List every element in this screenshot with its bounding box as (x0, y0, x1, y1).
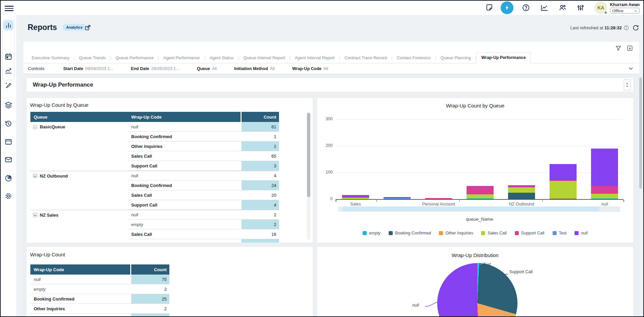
control-value: All (324, 66, 328, 71)
count-table: Wrap-Up CodeCountnull75empty2Booking Con… (30, 264, 169, 317)
controls-expand-icon[interactable] (628, 65, 634, 71)
page-scrollbar-thumb[interactable] (639, 77, 642, 189)
table-row: Other Inquiries2 (30, 141, 305, 151)
legend-item-null[interactable]: null (575, 231, 587, 235)
sheet-scroll-spinner[interactable]: ▲▼ (624, 80, 631, 90)
pie-chart[interactable] (437, 263, 517, 317)
sidebar-item-reports[interactable] (3, 20, 13, 30)
collapse-toggle[interactable] (33, 125, 37, 129)
pivot-code-cell: Booking Confirmed (128, 132, 241, 141)
bar-segment-support-call[interactable] (591, 186, 618, 194)
control-start-date[interactable]: Start Date09/04/2023 1... (63, 66, 113, 71)
count-header-count[interactable]: Count (131, 264, 169, 275)
control-queue[interactable]: QueueAll (197, 66, 217, 71)
tab-queue-planning[interactable]: Queue Planning (436, 53, 475, 63)
pivot-scrollbar-track[interactable] (307, 112, 310, 240)
legend-swatch (515, 231, 519, 235)
count-header-code[interactable]: Wrap-Up Code (30, 264, 130, 275)
legend-item-sales-call[interactable]: Sales Call (481, 231, 506, 235)
collapse-toggle[interactable] (33, 213, 37, 217)
tab-queue-trends[interactable]: Queue Trends (75, 53, 110, 63)
sidebar-item-layers[interactable] (4, 101, 12, 109)
control-wrap-up-code[interactable]: Wrap-Up CodeAll (292, 66, 328, 71)
sidebar-item-mail[interactable] (4, 156, 12, 164)
agents-icon[interactable] (559, 4, 567, 12)
hamburger-icon[interactable] (5, 4, 13, 11)
help-icon[interactable] (522, 4, 530, 12)
bar-segment-support-call[interactable] (467, 186, 494, 194)
status-dropdown[interactable]: Offline (610, 8, 640, 13)
notes-icon[interactable] (486, 4, 494, 12)
pivot-header-queue[interactable]: Queue (30, 112, 128, 122)
tab-agent-status[interactable]: Agent Status (205, 53, 238, 63)
bar-segment-sales-call[interactable] (342, 198, 369, 199)
tab-contract-trace-record[interactable]: Contract Trace Record (340, 53, 391, 63)
pivot-header-count[interactable]: Count (242, 112, 279, 122)
tab-queue-performance[interactable]: Queue Performance (111, 53, 158, 63)
filter-icon[interactable] (615, 45, 622, 52)
legend-item-support-call[interactable]: Support Call (515, 231, 544, 235)
control-initiation-method[interactable]: Initiation MethodAll (234, 66, 275, 71)
sidebar-item-settings[interactable] (4, 192, 12, 200)
legend-item-other-inquiries[interactable]: Other Inquiries (439, 231, 473, 235)
scrollbar-left-cap[interactable] (338, 207, 344, 212)
tab-contact-forensics[interactable]: Contact Forensics (392, 53, 435, 63)
scrollbar-handle[interactable] (599, 207, 620, 212)
collapse-toggle[interactable] (33, 174, 37, 178)
bar-segment-null[interactable] (550, 164, 577, 180)
bar-segment-sales-call[interactable] (508, 187, 535, 193)
bar-category-6[interactable] (591, 149, 618, 199)
legend-item-booking-confirmed[interactable]: Booking Confirmed (389, 231, 431, 235)
pivot-scrollbar-thumb[interactable] (307, 113, 310, 197)
bar-segment-booking-confirmed[interactable] (550, 199, 577, 199)
legend-item-test[interactable]: Test (553, 231, 567, 235)
pivot-queue-cell: NZ Outbound (30, 171, 128, 181)
sidebar-item-window[interactable] (4, 138, 12, 146)
bar-segment-empty[interactable] (467, 198, 494, 199)
legend-item-empty[interactable]: empty (363, 231, 381, 235)
pivot-header-code[interactable]: Wrap-Up Code (128, 112, 241, 122)
count-count-cell: 2 (131, 304, 169, 314)
pivot-code-cell: null (128, 210, 241, 220)
bar-segment-test[interactable] (384, 198, 411, 199)
bar-segment-empty[interactable] (591, 198, 618, 199)
external-link-icon[interactable] (84, 24, 91, 31)
tab-wrap-up-performance[interactable]: Wrap-Up Performance (476, 52, 531, 63)
bar-segment-sales-call[interactable] (467, 194, 494, 199)
pivot-queue-cell (30, 190, 128, 200)
bar-segment-support-call[interactable] (425, 198, 452, 199)
bar-category-3[interactable] (467, 186, 494, 199)
info-icon[interactable] (623, 25, 629, 31)
refresh-icon[interactable] (632, 24, 639, 31)
bar-category-4[interactable] (508, 185, 535, 199)
bolt-icon[interactable] (501, 1, 513, 14)
sidebar-item-history[interactable] (4, 120, 12, 128)
line-chart-icon[interactable] (540, 4, 549, 12)
bar-segment-null[interactable] (591, 149, 618, 186)
y-axis-tick-label: 200 (320, 143, 333, 148)
sidebar-item-design[interactable] (4, 81, 12, 89)
sidebar-item-analytics[interactable] (4, 67, 12, 75)
control-end-date[interactable]: End Date29/05/2023 1... (131, 66, 179, 71)
legend-swatch (481, 231, 485, 235)
export-icon[interactable] (626, 45, 633, 52)
tab-agent-performance[interactable]: Agent Performance (159, 53, 204, 63)
bar-segment-booking-confirmed[interactable] (508, 193, 535, 199)
chart-data-scrollbar[interactable] (338, 207, 620, 212)
bar-category-2[interactable] (425, 198, 452, 199)
tab-executive-summary[interactable]: Executive Summary (27, 53, 74, 63)
sliders-icon[interactable] (577, 4, 585, 12)
scrollbar-fill[interactable] (344, 207, 599, 212)
bar-segment-sales-call[interactable] (550, 181, 577, 198)
bar-segment-sales-call[interactable] (591, 194, 618, 198)
tab-queue-interval-report[interactable]: Queue Interval Report (239, 53, 289, 63)
bar-category-1[interactable] (384, 197, 411, 199)
tab-agent-interval-report[interactable]: Agent Interval Report (290, 53, 339, 63)
sidebar-item-pie[interactable] (4, 174, 12, 182)
bar-category-0[interactable] (342, 195, 369, 199)
avatar[interactable]: KA (594, 1, 607, 14)
pivot-code-cell: Sales Call (128, 229, 241, 239)
sidebar-item-calendar[interactable] (4, 53, 12, 61)
bar-category-5[interactable] (550, 164, 577, 199)
pivot-count-cell: 1 (242, 132, 279, 141)
